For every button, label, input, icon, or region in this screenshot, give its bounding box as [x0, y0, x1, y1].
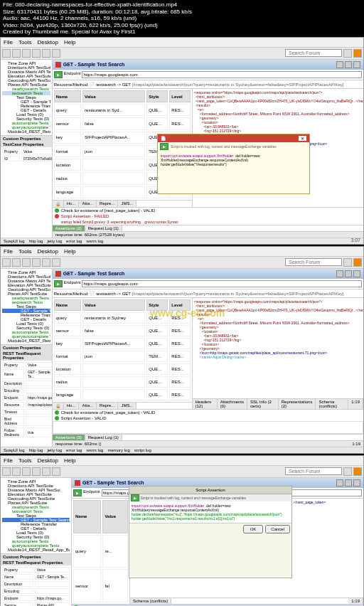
custom-props-header[interactable]: Custom Properties	[1, 554, 71, 560]
log-tab[interactable]: http log	[29, 239, 43, 243]
assertions-tab[interactable]: Assertions (2)	[53, 435, 85, 440]
tab-repre[interactable]: Repre...	[97, 403, 118, 409]
rest-props-header[interactable]: REST TestRequest Properties	[1, 351, 52, 361]
log-tab[interactable]: http log	[29, 448, 43, 452]
tab-repre[interactable]: Repre...	[97, 201, 118, 207]
log-tab[interactable]: error log	[66, 448, 82, 452]
xml-response[interactable]: <response xmlns="https://maps.googleapis…	[193, 298, 364, 398]
custom-props-header[interactable]: Custom Properties	[1, 136, 52, 142]
menu-tools[interactable]: Tools	[18, 248, 32, 255]
tool-icon[interactable]	[12, 49, 21, 58]
dialog-title[interactable]: Script Assertion	[129, 487, 291, 494]
schema-tab[interactable]: Schema (conflicts)	[316, 399, 348, 409]
endpoint-input[interactable]	[82, 280, 362, 287]
log-tab[interactable]: script log	[134, 448, 151, 452]
assertion-valid[interactable]: Check for existence of [next_page_token]…	[53, 208, 363, 213]
script-editor[interactable]: import com.eviware.soapui.support.XmlHol…	[158, 151, 309, 169]
run-button[interactable]: ▶	[73, 489, 82, 496]
run-button[interactable]: ▶	[54, 71, 63, 78]
custom-props-header[interactable]: Custom Properties	[1, 345, 52, 351]
tool-icon[interactable]	[2, 258, 11, 267]
editor-tab[interactable]: GET - Sample Test Search	[53, 60, 363, 70]
menu-desktop[interactable]: Desktop	[38, 457, 58, 464]
tree-item[interactable]: Module14_REST_Retail_App_Basics	[2, 548, 70, 552]
maximize-icon[interactable]	[345, 61, 352, 68]
minimize-icon[interactable]	[336, 61, 343, 68]
assertion-failed[interactable]: Script Assertion - FAILED	[53, 213, 363, 219]
tab-jms[interactable]: JMS...	[118, 201, 136, 207]
menu-file[interactable]: File	[4, 248, 13, 255]
minimize-icon[interactable]	[336, 270, 343, 277]
menu-desktop[interactable]: Desktop	[38, 39, 58, 46]
tool-icon[interactable]	[42, 49, 50, 58]
tool-icon[interactable]	[2, 467, 11, 476]
tool-icon[interactable]	[52, 49, 60, 58]
log-tab[interactable]: SoapUI log	[4, 448, 25, 452]
menu-desktop[interactable]: Desktop	[38, 248, 58, 255]
attachments-tab[interactable]: Attachments (0)	[218, 399, 247, 409]
tab-atta[interactable]: Atta...	[79, 201, 97, 207]
tree-item[interactable]: Module14_REST_Retail_App_Basics	[2, 129, 50, 134]
tree-item[interactable]: Module14_REST_Retail_App_Basics	[2, 339, 50, 343]
tab-jms[interactable]: JMS...	[118, 403, 136, 409]
log-tab[interactable]: jetty log	[47, 239, 62, 243]
anthropic-icon[interactable]	[353, 49, 362, 58]
headers-tab[interactable]: Headers (12)	[193, 399, 218, 409]
endpoint-input[interactable]	[82, 71, 362, 78]
tool-icon[interactable]	[32, 49, 41, 58]
ok-button[interactable]: OK	[243, 525, 264, 533]
anthropic-icon[interactable]	[353, 467, 362, 476]
search-forum-input[interactable]	[285, 467, 342, 475]
tool-icon[interactable]	[12, 258, 21, 267]
tab-atta[interactable]: Atta...	[79, 403, 97, 409]
assertion-valid[interactable]: Check for existence of [next_page_token]…	[53, 410, 363, 415]
log-tab[interactable]: error log	[66, 239, 82, 243]
testcase-props-header[interactable]: TestCase Properties	[1, 142, 52, 147]
rest-props-header[interactable]: REST TestRequest Properties	[1, 560, 71, 565]
search-icon[interactable]	[343, 467, 352, 476]
tab-hu[interactable]: Hu...	[64, 201, 80, 207]
log-tab[interactable]: jetty log	[47, 448, 62, 452]
schema-tab[interactable]: Schema (conflicts)	[130, 598, 171, 604]
tool-icon[interactable]	[32, 467, 41, 476]
request-log-tab[interactable]: Request Log (1)	[85, 225, 122, 231]
menu-file[interactable]: File	[4, 457, 13, 464]
menu-file[interactable]: File	[4, 39, 13, 46]
log-tab[interactable]: memory log	[107, 448, 129, 452]
tool-icon[interactable]	[52, 467, 60, 476]
editor-tab[interactable]: GET - Sample Test Search	[53, 269, 363, 279]
assertion-valid[interactable]: Script Assertion - VALID	[53, 415, 363, 421]
tool-icon[interactable]	[22, 49, 31, 58]
tool-icon[interactable]	[42, 467, 50, 476]
tool-icon[interactable]	[22, 258, 31, 267]
ssl-tab[interactable]: SSL Info (2 certs)	[247, 399, 279, 409]
maximize-icon[interactable]	[345, 479, 352, 487]
maximize-icon[interactable]	[345, 270, 352, 277]
param-table[interactable]: NameValue queryre... sensorfal	[72, 499, 129, 604]
menu-help[interactable]: Help	[64, 457, 75, 464]
param-table[interactable]: NameValueStyleLevel queryrestaurants in …	[53, 298, 192, 402]
menu-tools[interactable]: Tools	[18, 457, 32, 464]
close-icon[interactable]	[353, 61, 360, 68]
tool-icon[interactable]	[12, 467, 21, 476]
search-icon[interactable]	[343, 258, 352, 267]
log-tab[interactable]: SoapUI log	[4, 239, 25, 243]
tool-icon[interactable]	[42, 258, 50, 267]
run-button[interactable]: ▶	[54, 280, 63, 287]
log-tab[interactable]: wsrm log	[86, 448, 103, 452]
request-log-tab[interactable]: Request Log (1)	[85, 435, 122, 440]
popup-titlebar[interactable]: 📄 ✕	[158, 134, 309, 142]
close-icon[interactable]	[353, 270, 360, 277]
menu-tools[interactable]: Tools	[18, 39, 32, 46]
tool-icon[interactable]	[32, 258, 41, 267]
tool-icon[interactable]	[22, 467, 31, 476]
tool-icon[interactable]	[52, 258, 60, 267]
menu-help[interactable]: Help	[64, 248, 75, 255]
close-icon[interactable]: ✕	[299, 136, 306, 141]
search-forum-input[interactable]	[285, 49, 342, 57]
log-tab[interactable]: wsrm log	[86, 239, 103, 243]
anthropic-icon[interactable]	[353, 258, 362, 267]
repr-tab[interactable]: Representations (2)	[279, 399, 316, 409]
run-script-button[interactable]: ▶	[160, 143, 168, 150]
minimize-icon[interactable]	[336, 479, 343, 487]
